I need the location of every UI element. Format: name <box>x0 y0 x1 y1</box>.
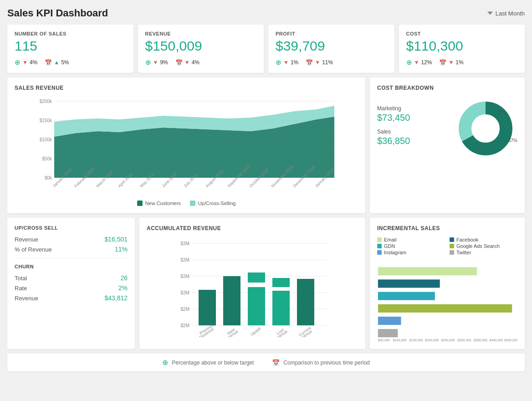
accum-svg: $3M $3M $3M $3M $2M $2M <box>147 237 358 337</box>
accumulated-revenue-chart: $3M $3M $3M $3M $2M $2M <box>147 237 358 328</box>
svg-text:$2M: $2M <box>181 307 189 312</box>
arrow-down-1: ▼ <box>153 59 159 66</box>
svg-text:$250,000: $250,000 <box>441 338 455 342</box>
arrow-down-3b: ▼ <box>448 59 454 66</box>
bar-twitter <box>378 329 398 337</box>
svg-text:$300,000: $300,000 <box>458 338 471 342</box>
svg-text:$450,000: $450,000 <box>504 338 517 342</box>
dashboard: Sales KPI Dashboard Last Month NUMBER OF… <box>7 7 525 371</box>
kpi-metrics-3: ⊕ ▼ 12% 📅 ▼ 1% <box>406 58 518 67</box>
kpi-metric-cal-0: 📅 ▲ 5% <box>45 58 69 67</box>
kpi-card-number-of-sales: NUMBER OF SALES 115 ⊕ ▼ 4% 📅 ▲ 5% <box>7 25 133 73</box>
bar-new-revenue <box>223 276 240 325</box>
churn-rate-label: Rate <box>15 285 27 292</box>
svg-text:67%: 67% <box>508 138 517 143</box>
kpi-label-1: REVENUE <box>145 31 257 36</box>
target-icon-3: ⊕ <box>406 58 412 67</box>
bar-email <box>378 267 477 275</box>
sales-revenue-legend: New Customers Up/Cross-Selling <box>15 200 358 206</box>
kpi-row: NUMBER OF SALES 115 ⊕ ▼ 4% 📅 ▲ 5% REVENU… <box>7 25 525 73</box>
bar-facebook <box>378 279 440 288</box>
kpi-card-profit: PROFIT $39,709 ⊕ ▼ 1% 📅 ▼ 11% <box>268 25 394 73</box>
target-icon-1: ⊕ <box>145 58 151 67</box>
kpi-metric-cal-3: 📅 ▼ 1% <box>439 58 463 67</box>
chevron-down-icon <box>487 10 493 16</box>
kpi-pct-cal-1: 4% <box>192 59 200 66</box>
main-grid: SALES REVENUE $200k $150k $100k $50k $0k <box>7 77 525 213</box>
legend-gdn: GDN <box>377 243 445 249</box>
legend-dot-new-customers <box>137 200 143 206</box>
target-icon-footer: ⊕ <box>162 358 168 367</box>
upcross-pct-row: % of Revenue 11% <box>15 244 128 254</box>
kpi-value-3: $110,300 <box>406 38 518 54</box>
kpi-metric-target-3: ⊕ ▼ 12% <box>406 58 432 67</box>
accumulated-revenue-card: ACCUMULATED REVENUE $3M $3M $3M $3M $2M … <box>139 218 365 349</box>
churn-total-label: Total <box>15 275 27 282</box>
kpi-metrics-0: ⊕ ▼ 4% 📅 ▲ 5% <box>15 58 126 67</box>
upcross-pct-label: % of Revenue <box>15 246 52 253</box>
footer-text-calendar: Comparison to previous time period <box>283 360 369 366</box>
churn-total-row: Total 26 <box>15 273 128 283</box>
kpi-metric-target-1: ⊕ ▼ 9% <box>145 58 168 67</box>
calendar-icon-footer: 📅 <box>272 359 280 366</box>
kpi-metric-cal-2: 📅 ▼ 11% <box>306 58 333 67</box>
legend-twitter: Twitter <box>450 250 517 255</box>
svg-text:$2M: $2M <box>181 323 189 328</box>
svg-text:$100,000: $100,000 <box>393 338 406 342</box>
upcross-revenue-row: Revenue $16,501 <box>15 234 128 244</box>
bar-previous-revenue <box>199 290 216 325</box>
svg-text:$400,000: $400,000 <box>489 338 503 342</box>
bar-lost-top <box>272 278 290 287</box>
kpi-pct-target-0: 4% <box>30 59 37 66</box>
churn-total-value: 26 <box>120 274 128 282</box>
svg-text:$350,000: $350,000 <box>474 338 487 342</box>
cost-left: Marketing $73,450 Sales $36,850 <box>377 105 449 152</box>
bar-google-ads <box>378 304 512 313</box>
kpi-pct-target-3: 12% <box>421 59 432 66</box>
calendar-icon-3: 📅 <box>439 59 446 66</box>
arrow-down-3: ▼ <box>414 59 419 66</box>
filter-button[interactable]: Last Month <box>487 10 525 17</box>
svg-marker-0 <box>487 11 493 15</box>
legend-dot-upcross <box>190 200 195 206</box>
churn-revenue-label: Revenue <box>15 295 38 302</box>
cost-category-marketing: Marketing $73,450 <box>377 105 449 123</box>
svg-text:Upsell: Upsell <box>250 326 261 337</box>
svg-text:$200k: $200k <box>40 99 52 104</box>
incremental-sales-title: INCREMENTAL SALES <box>377 225 517 231</box>
kpi-metrics-1: ⊕ ▼ 9% 📅 ▼ 4% <box>145 58 257 67</box>
incremental-bar-chart: $50,000 $100,000 $150,000 $200,000 $250,… <box>377 260 517 342</box>
cost-category-sales: Sales $36,850 <box>377 129 449 146</box>
donut-svg: 33% 67% <box>454 97 517 160</box>
label-facebook: Facebook <box>456 237 478 242</box>
calendar-icon-1: 📅 <box>175 59 183 66</box>
upcross-revenue-value: $16,501 <box>104 236 128 243</box>
kpi-metric-cal-1: 📅 ▼ 4% <box>175 58 200 67</box>
upcross-pct-value: 11% <box>115 246 128 253</box>
upcross-churn-card: UP/CROSS SELL Revenue $16,501 % of Reven… <box>7 218 135 349</box>
bar-instagram <box>378 317 401 325</box>
kpi-pct-cal-2: 11% <box>322 59 333 66</box>
legend-label-upcross: Up/Cross-Selling <box>198 200 236 206</box>
bottom-grid: UP/CROSS SELL Revenue $16,501 % of Reven… <box>7 218 525 349</box>
cost-cat-value-marketing: $73,450 <box>377 113 449 123</box>
dot-instagram <box>377 250 382 255</box>
calendar-icon-0: 📅 <box>45 59 52 66</box>
svg-text:$200,000: $200,000 <box>425 338 439 342</box>
bar-current-revenue <box>297 279 314 325</box>
legend-email: Email <box>377 237 445 242</box>
arrow-down-2: ▼ <box>283 59 289 66</box>
cost-cat-label-sales: Sales <box>377 129 449 135</box>
arrow-up-0: ▲ <box>54 59 59 66</box>
bar-upsell-bottom <box>248 287 265 325</box>
dot-facebook <box>450 237 454 242</box>
svg-text:$150,000: $150,000 <box>409 338 423 342</box>
legend-google-ads: Google Ads Search <box>450 243 517 249</box>
inc-bar-svg: $50,000 $100,000 $150,000 $200,000 $250,… <box>377 260 517 346</box>
label-instagram: Instagram <box>384 250 406 255</box>
kpi-pct-target-2: 1% <box>291 59 298 66</box>
arrow-down-0: ▼ <box>22 59 28 66</box>
upcross-title: UP/CROSS SELL <box>15 225 128 231</box>
label-google-ads: Google Ads Search <box>456 243 500 249</box>
cost-donut-chart: 33% 67% <box>454 97 517 160</box>
